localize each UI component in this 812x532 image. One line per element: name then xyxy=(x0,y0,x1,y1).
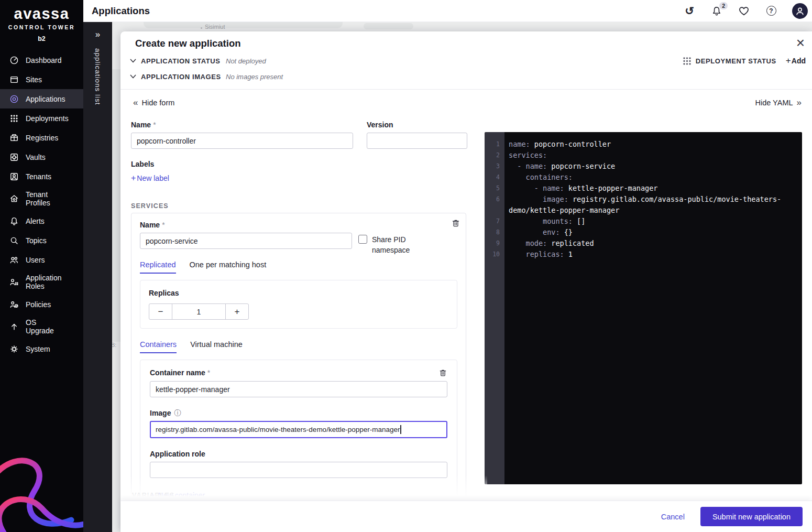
environment-name: b2 xyxy=(3,35,80,42)
tab-containers[interactable]: Containers xyxy=(140,340,177,353)
applications-icon xyxy=(9,94,19,104)
service-name-input[interactable] xyxy=(140,233,352,249)
sidebar-item-registries[interactable]: Registries xyxy=(0,128,83,147)
tenants-icon xyxy=(9,172,19,181)
topics-icon xyxy=(9,236,19,245)
yaml-line: 5 - name: kettle-popper-manager xyxy=(485,183,802,194)
share-pid-label: Share PID namespace xyxy=(372,234,427,255)
expand-rail-icon[interactable]: » xyxy=(95,29,100,40)
replicas-stepper: − + xyxy=(149,303,448,320)
application-images-section[interactable]: APPLICATION IMAGES No images present xyxy=(130,71,355,82)
double-chevron-left-icon: « xyxy=(133,97,138,108)
sidebar-item-label: Policies xyxy=(26,300,51,309)
replicas-value-input[interactable] xyxy=(172,303,226,320)
yaml-line: 10 replicas: 1 xyxy=(485,249,802,260)
add-deployment-button[interactable]: +Add xyxy=(786,56,806,66)
avassa-swirl-logo xyxy=(0,441,83,532)
application-status-value: Not deployed xyxy=(226,57,266,65)
plus-icon: + xyxy=(131,173,136,183)
notifications-bell-icon[interactable]: 2 xyxy=(710,5,723,17)
service-card: Name* Share PID namespace Replicated One… xyxy=(131,213,466,519)
avassa-logo: avassa xyxy=(3,6,80,21)
sidebar-item-tenant-profiles[interactable]: Tenant Profiles xyxy=(0,186,83,211)
application-status-section[interactable]: APPLICATION STATUS Not deployed xyxy=(130,56,355,66)
replicas-label: Replicas xyxy=(149,289,179,297)
sidebar-item-label: Topics xyxy=(26,236,47,245)
close-icon[interactable]: × xyxy=(796,32,805,53)
map-edge-label: B: xyxy=(112,342,116,348)
info-icon: ⓘ xyxy=(174,409,181,417)
os-upgrade-icon xyxy=(9,322,19,331)
container-card: Container name* Image ⓘ registry.gitlab.… xyxy=(140,360,457,509)
sidebar-item-sites[interactable]: Sites xyxy=(0,70,83,89)
page-title: Applications xyxy=(92,5,150,17)
delete-service-trash-icon[interactable] xyxy=(451,219,460,228)
sidebar-item-deployments[interactable]: Deployments xyxy=(0,108,83,128)
sidebar-item-label: Applications xyxy=(26,95,65,103)
plus-icon: + xyxy=(786,56,791,66)
image-input[interactable]: registry.gitlab.com/avassa-public/movie-… xyxy=(150,421,447,438)
tab-one-per-matching-host[interactable]: One per matching host xyxy=(190,260,267,274)
tab-virtual-machine[interactable]: Virtual machine xyxy=(190,340,243,353)
applications-list-rail: » applications list xyxy=(83,22,112,532)
dialog-footer: Cancel Submit new application xyxy=(120,501,812,532)
text-caret xyxy=(400,425,401,434)
new-label-button[interactable]: +New label xyxy=(131,173,169,183)
hide-yaml-button[interactable]: Hide YAML » xyxy=(755,97,802,108)
heart-icon[interactable] xyxy=(738,5,750,17)
control-tower-tagline: CONTROL TOWER xyxy=(3,24,80,30)
sidebar-item-system[interactable]: System xyxy=(0,339,83,359)
sidebar-item-dashboard[interactable]: Dashboard xyxy=(0,50,83,70)
container-name-input[interactable] xyxy=(150,381,447,397)
sidebar-item-label: Tenant Profiles xyxy=(26,190,50,207)
application-name-input[interactable] xyxy=(131,133,353,149)
applications-list-label: applications list xyxy=(94,48,102,105)
vaults-icon xyxy=(9,153,19,162)
image-label: Image xyxy=(150,409,171,417)
sidebar-item-label: Dashboard xyxy=(26,56,62,64)
sidebar-item-applications[interactable]: Applications xyxy=(0,89,83,108)
version-input[interactable] xyxy=(367,133,467,149)
yaml-line: 1name: popcorn-controller xyxy=(485,139,802,150)
history-icon[interactable]: ↺ xyxy=(683,5,696,17)
yaml-line: 9 mode: replicated xyxy=(485,238,802,249)
yaml-editor[interactable]: 1name: popcorn-controller2services:3 - n… xyxy=(485,132,802,484)
chevron-down-icon xyxy=(130,59,136,63)
application-images-value: No images present xyxy=(226,73,283,81)
version-label: Version xyxy=(367,121,393,129)
application-role-input[interactable] xyxy=(150,462,447,478)
application-roles-icon xyxy=(9,277,19,287)
sidebar-item-application-roles[interactable]: Application Roles xyxy=(0,269,83,295)
sidebar-item-alerts[interactable]: Alerts xyxy=(0,211,83,231)
user-avatar[interactable] xyxy=(792,3,808,19)
sidebar-item-label: Sites xyxy=(26,75,42,84)
sidebar-item-label: System xyxy=(26,345,50,353)
submit-new-application-button[interactable]: Submit new application xyxy=(700,507,803,526)
increment-replicas-button[interactable]: + xyxy=(225,303,249,320)
topbar: Applications ↺ 2 ? xyxy=(83,0,812,22)
sidebar-item-users[interactable]: Users xyxy=(0,250,83,269)
application-form: Name* Version Labels +New label SERVICES… xyxy=(131,118,467,519)
deployments-icon xyxy=(9,114,19,123)
sidebar-item-vaults[interactable]: Vaults xyxy=(0,147,83,167)
hide-form-button[interactable]: « Hide form xyxy=(133,97,174,108)
help-icon[interactable]: ? xyxy=(765,5,777,17)
sidebar-item-tenants[interactable]: Tenants xyxy=(0,167,83,186)
sidebar-item-label: Alerts xyxy=(26,217,45,225)
tab-replicated[interactable]: Replicated xyxy=(140,260,176,274)
sidebar-item-topics[interactable]: Topics xyxy=(0,231,83,250)
share-pid-checkbox[interactable] xyxy=(358,235,367,244)
yaml-line: 2services: xyxy=(485,150,802,161)
sidebar-item-os-upgrade[interactable]: OS Upgrade xyxy=(0,314,83,339)
delete-container-trash-icon[interactable] xyxy=(438,368,447,377)
variables-header: VARIABLES xyxy=(132,492,174,499)
cancel-button[interactable]: Cancel xyxy=(661,513,685,521)
minus-icon: − xyxy=(158,307,163,317)
sidebar-item-policies[interactable]: Policies xyxy=(0,295,83,314)
application-status-label: APPLICATION STATUS xyxy=(141,57,221,65)
container-name-label: Container name xyxy=(150,368,205,377)
double-chevron-right-icon: » xyxy=(797,97,802,108)
decrement-replicas-button[interactable]: − xyxy=(149,303,172,320)
sidebar: avassa CONTROL TOWER b2 DashboardSitesAp… xyxy=(0,0,83,532)
chevron-down-icon xyxy=(130,74,136,79)
